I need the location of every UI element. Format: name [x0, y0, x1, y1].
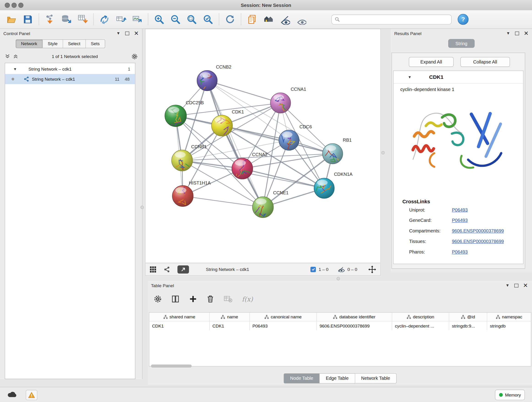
- close-panel-icon[interactable]: ✕: [524, 31, 529, 36]
- minimize-window-button[interactable]: [12, 3, 17, 8]
- export-image-button[interactable]: [129, 12, 145, 27]
- network-edge[interactable]: [207, 81, 280, 103]
- open-session-button[interactable]: [3, 12, 20, 27]
- close-panel-icon[interactable]: ✕: [523, 283, 528, 288]
- selected-checkbox[interactable]: [310, 267, 316, 272]
- crosslink-link[interactable]: P06493: [452, 207, 468, 212]
- delete-table-icon-disabled[interactable]: [224, 295, 233, 303]
- protein-card-header[interactable]: ▼ CDK1: [394, 71, 523, 83]
- crosslink-link[interactable]: 9606.ENSP00000378699: [452, 239, 504, 244]
- zoom-in-button[interactable]: [151, 12, 167, 27]
- column-header[interactable]: description: [392, 313, 449, 322]
- network-label: String Network – cdk1: [32, 77, 75, 82]
- save-session-button[interactable]: [20, 12, 36, 27]
- network-type-icon[interactable]: [164, 266, 170, 273]
- network-options-gear-icon[interactable]: [131, 53, 138, 60]
- table-cell[interactable]: cyclin–dependent ...: [392, 321, 449, 330]
- close-panel-icon[interactable]: ✕: [134, 31, 139, 36]
- merge-networks-button[interactable]: [96, 12, 113, 27]
- help-button[interactable]: ?: [458, 14, 469, 25]
- table-cell[interactable]: CDK1: [149, 321, 210, 330]
- tab-sets[interactable]: Sets: [86, 39, 105, 48]
- hide-selected-button[interactable]: [277, 12, 293, 27]
- collapse-panel-icon[interactable]: ▼: [506, 31, 510, 35]
- network-tree: ▼ String Network – cdk1 1 String Network…: [5, 63, 135, 379]
- detach-view-button[interactable]: [177, 265, 189, 274]
- string-home-button[interactable]: [260, 12, 277, 27]
- tree-expand-icon[interactable]: ▼: [13, 67, 17, 71]
- splitter-handle[interactable]: [381, 151, 385, 154]
- apply-layout-button[interactable]: [222, 12, 238, 27]
- network-table-icon: [115, 14, 126, 25]
- tab-select[interactable]: Select: [63, 39, 86, 48]
- expand-all-icon[interactable]: [13, 54, 18, 59]
- search-input[interactable]: [342, 17, 449, 22]
- table-cell[interactable]: CDK1: [210, 321, 250, 330]
- column-header[interactable]: name: [210, 313, 250, 322]
- expand-all-button[interactable]: Expand All: [409, 57, 453, 67]
- network-canvas[interactable]: CCNB2CCNA1CDC25BCDK1CDC6RB1CCNB1CCNA2CDK…: [145, 29, 381, 263]
- float-panel-icon[interactable]: [125, 32, 129, 35]
- import-network-database-button[interactable]: [58, 12, 74, 27]
- float-panel-icon[interactable]: [515, 32, 519, 35]
- zoom-fit-button[interactable]: [184, 12, 200, 27]
- network-edge[interactable]: [183, 196, 263, 207]
- application-window: Session: New Session: [0, 0, 532, 402]
- show-all-button[interactable]: [293, 12, 309, 27]
- network-collection-row[interactable]: ▼ String Network – cdk1 1: [5, 64, 135, 74]
- column-header[interactable]: @id: [449, 313, 487, 322]
- table-options-gear-icon[interactable]: [154, 295, 162, 303]
- zoom-selected-button[interactable]: [200, 12, 216, 27]
- publication-copy-button[interactable]: [244, 12, 260, 27]
- column-header[interactable]: shared name: [149, 313, 210, 322]
- memory-button[interactable]: Memory: [495, 390, 525, 400]
- table-row[interactable]: CDK1 CDK1 P06493 9606.ENSP00000378699 cy…: [149, 321, 531, 330]
- collapse-panel-icon[interactable]: ▼: [116, 31, 120, 35]
- delete-trash-icon[interactable]: [207, 295, 214, 303]
- column-header[interactable]: namespac: [487, 313, 531, 322]
- splitter-handle[interactable]: [336, 277, 340, 280]
- warnings-button[interactable]: [26, 390, 37, 400]
- float-panel-icon[interactable]: [514, 283, 519, 287]
- table-cell[interactable]: P06493: [250, 321, 317, 330]
- refresh-icon: [225, 14, 235, 25]
- hidden-eye-slash-icon[interactable]: [336, 267, 345, 272]
- collapse-all-button[interactable]: Collapse All: [460, 57, 510, 67]
- add-row-icon[interactable]: [189, 295, 197, 303]
- crosslink-link[interactable]: P06493: [452, 218, 468, 223]
- grid-view-icon[interactable]: [150, 266, 157, 273]
- tab-network-table[interactable]: Network Table: [355, 373, 397, 383]
- tab-style[interactable]: Style: [43, 39, 63, 48]
- table-cell[interactable]: stringdb: [487, 321, 531, 330]
- close-window-button[interactable]: [5, 3, 10, 8]
- import-network-file-button[interactable]: [42, 12, 58, 27]
- cloud-status-icon[interactable]: [7, 390, 18, 398]
- zoom-out-button[interactable]: [167, 12, 184, 27]
- status-bar: Memory: [0, 387, 532, 402]
- table-cell[interactable]: stringdb:9...: [449, 321, 487, 330]
- string-results-tab[interactable]: String: [448, 39, 475, 48]
- zoom-window-button[interactable]: [18, 3, 23, 8]
- tab-node-table[interactable]: Node Table: [284, 373, 320, 383]
- control-panel-title: Control Panel: [3, 31, 112, 36]
- node-count: 11: [115, 77, 119, 82]
- column-header[interactable]: canonical name: [250, 313, 317, 322]
- import-table-file-button[interactable]: [74, 12, 90, 27]
- tab-edge-table[interactable]: Edge Table: [320, 373, 355, 383]
- pan-crosshair-icon[interactable]: [368, 265, 376, 274]
- network-edge[interactable]: [207, 81, 263, 207]
- show-columns-icon[interactable]: [171, 295, 180, 303]
- collapse-all-icon[interactable]: [5, 54, 10, 59]
- collapse-section-icon[interactable]: ▼: [408, 75, 412, 79]
- crosslink-link[interactable]: P06493: [452, 249, 468, 254]
- crosslink-link[interactable]: 9606.ENSP00000378699: [452, 229, 504, 234]
- collapse-panel-icon[interactable]: ▼: [505, 283, 510, 287]
- table-cell[interactable]: 9606.ENSP00000378699: [317, 321, 392, 330]
- splitter-handle[interactable]: [140, 206, 144, 209]
- column-header[interactable]: database identifier: [317, 313, 392, 322]
- tab-network[interactable]: Network: [16, 39, 43, 48]
- function-builder-icon[interactable]: f(x): [242, 295, 253, 303]
- clone-network-button[interactable]: [113, 12, 129, 27]
- network-row-selected[interactable]: String Network – cdk1 11 48: [5, 74, 135, 84]
- horizontal-scrollbar-thumb[interactable]: [151, 364, 192, 367]
